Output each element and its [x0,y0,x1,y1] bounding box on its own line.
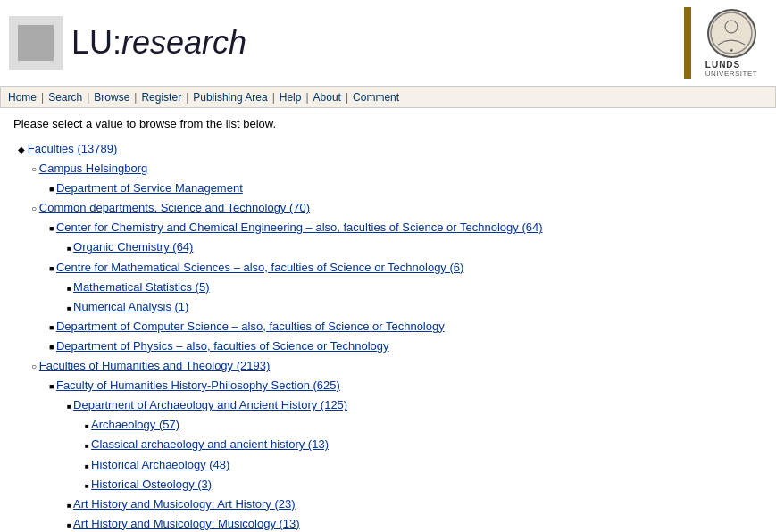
tree-node: ■ Mathematical Statistics (5) [13,278,763,297]
bullet-square: ■ [49,323,56,332]
nav-item-comment[interactable]: Comment [353,91,399,104]
tree-container: ◆ Faculties (13789)○ Campus Helsingborg■… [13,139,763,532]
bullet-small: ■ [85,442,91,450]
navbar: Home | Search | Browse | Register | Publ… [0,87,776,108]
tree-link[interactable]: Centre for Mathematical Sciences – also,… [56,261,463,274]
logo-area: LU:research [9,16,246,70]
tree-node: ■ Department of Physics – also, facultie… [13,337,763,356]
bullet-square: ■ [49,185,56,194]
divider-bar [684,7,691,79]
tree-node: ■ Art History and Musicology: Musicology… [13,514,763,532]
tree-node: ■ Archaeology (57) [13,415,763,435]
bullet-small: ■ [67,502,73,510]
tree-node: ■ Historical Archaeology (48) [13,455,763,475]
logo-box [9,16,63,70]
tree-link[interactable]: Department of Physics – also, faculties … [56,339,389,353]
lund-sub: UNIVERSITET [705,70,757,78]
tree-link[interactable]: Art History and Musicology: Musicology (… [73,517,300,530]
tree-node: ○ Common departments, Science and Techno… [13,198,763,218]
bullet-small: ■ [67,403,73,411]
logo-lu: LU: [71,24,121,61]
lund-name: LUNDS [705,60,757,70]
bullet-circle: ○ [31,362,39,371]
tree-link[interactable]: Common departments, Science and Technolo… [39,201,310,214]
tree-node: ■ Department of Service Management [13,179,763,198]
nav-separator: | [134,91,137,104]
tree-node: ◆ Faculties (13789) [13,139,763,159]
tree-link[interactable]: Department of Computer Science – also, f… [56,320,445,333]
bullet-square: ■ [49,343,56,352]
bullet-square: ■ [49,382,56,391]
tree-node: ■ Historical Osteology (3) [13,475,763,495]
tree-node: ■ Department of Archaeology and Ancient … [13,395,763,415]
tree-link[interactable]: Faculties (13789) [28,142,117,155]
nav-item-search[interactable]: Search [48,91,82,104]
tree-node: ○ Campus Helsingborg [13,159,763,179]
tree-node: ■ Art History and Musicology: Art Histor… [13,495,763,514]
tree-node: ■ Faculty of Humanities History-Philosop… [13,376,763,395]
nav-separator: | [41,91,44,104]
nav-item-browse[interactable]: Browse [94,91,129,104]
nav-separator: | [346,91,348,104]
bullet-small: ■ [85,422,91,430]
tree-node: ■ Department of Computer Science – also,… [13,317,763,337]
tree-link[interactable]: Numerical Analysis (1) [73,300,188,313]
tree-link[interactable]: Art History and Musicology: Art History … [73,497,296,511]
tree-link[interactable]: Historical Osteology (3) [91,478,212,491]
bullet-square: ■ [49,224,56,233]
nav-separator: | [87,91,89,104]
bullet-small: ■ [67,245,73,253]
nav-item-home[interactable]: Home [8,91,37,104]
instruction: Please select a value to browse from the… [13,117,763,130]
tree-link[interactable]: Faculty of Humanities History-Philosophy… [56,378,340,392]
tree-node: ■ Organic Chemistry (64) [13,237,763,257]
bullet-small: ■ [67,521,73,529]
nav-item-publishing[interactable]: Publishing Area [193,91,267,104]
tree-link[interactable]: Classical archaeology and ancient histor… [91,437,329,451]
tree-node: ■ Numerical Analysis (1) [13,297,763,317]
bullet-circle: ○ [31,164,39,174]
nav-item-about[interactable]: About [313,91,341,104]
tree-link[interactable]: Center for Chemistry and Chemical Engine… [56,220,543,234]
logo-research: research [121,24,246,61]
bullet-circle: ○ [31,204,39,213]
nav-item-help[interactable]: Help [280,91,302,104]
logo-text: LU:research [71,24,246,62]
nav-separator: | [305,91,308,104]
bullet-small: ■ [67,304,73,312]
bullet-square: ■ [49,264,56,273]
nav-separator: | [272,91,275,104]
tree-link[interactable]: Mathematical Statistics (5) [73,280,209,294]
nav-separator: | [186,91,188,104]
tree-link[interactable]: Organic Chemistry (64) [73,240,193,254]
header: LU:research ★ LUNDS UNIVERSITET [0,0,776,87]
lund-text-block: LUNDS UNIVERSITET [705,58,757,78]
logo-box-inner [18,25,54,61]
tree-link[interactable]: Campus Helsingborg [39,162,147,175]
tree-node: ■ Classical archaeology and ancient hist… [13,435,763,454]
bullet-small: ■ [85,462,91,470]
bullet-small: ■ [67,285,73,293]
tree-link[interactable]: Archaeology (57) [91,418,179,431]
tree-link[interactable]: Department of Service Management [56,181,243,195]
bullet-diamond: ◆ [18,145,28,154]
content: Please select a value to browse from the… [0,108,776,532]
lund-logo: ★ LUNDS UNIVERSITET [696,7,767,79]
right-logo: ★ LUNDS UNIVERSITET [684,7,767,79]
tree-node: ■ Center for Chemistry and Chemical Engi… [13,218,763,237]
tree-link[interactable]: Department of Archaeology and Ancient Hi… [73,398,347,411]
bullet-small: ■ [85,482,91,490]
tree-link[interactable]: Faculties of Humanities and Theology (21… [39,359,270,372]
tree-node: ○ Faculties of Humanities and Theology (… [13,356,763,376]
lund-circle: ★ [707,9,756,58]
tree-node: ■ Centre for Mathematical Sciences – als… [13,258,763,278]
nav-item-register[interactable]: Register [141,91,181,104]
tree-link[interactable]: Historical Archaeology (48) [91,458,229,471]
